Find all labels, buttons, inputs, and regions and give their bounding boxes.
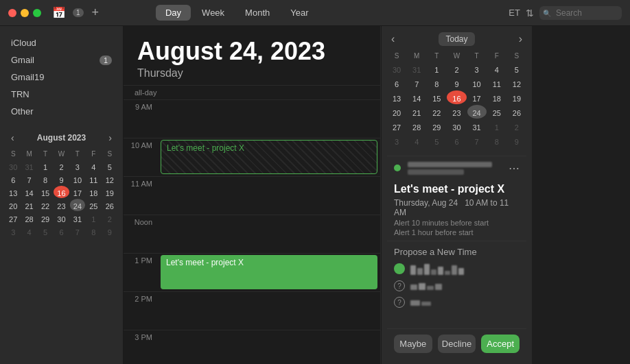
search-input[interactable] <box>539 6 622 20</box>
sidebar-item-icloud[interactable]: iCloud <box>0 34 123 51</box>
add-event-button[interactable]: + <box>92 5 100 20</box>
right-cal-day[interactable]: 21 <box>407 105 426 119</box>
time-area[interactable] <box>158 177 380 215</box>
mini-cal-prev[interactable]: ‹ <box>8 131 17 145</box>
right-cal-day[interactable]: 8 <box>427 76 446 90</box>
mini-cal-day[interactable]: 7 <box>21 173 36 185</box>
mini-cal-day[interactable]: 21 <box>21 199 36 211</box>
mini-cal-day[interactable]: 7 <box>70 225 85 237</box>
right-cal-day[interactable]: 24 <box>467 105 487 119</box>
mini-cal-day[interactable]: 23 <box>54 199 69 211</box>
maximize-button[interactable] <box>33 9 41 17</box>
propose-option-3[interactable]: ? <box>394 297 520 308</box>
sidebar-item-gmail[interactable]: Gmail 1 <box>0 51 123 69</box>
mini-cal-day[interactable]: 24 <box>70 199 85 211</box>
tab-month[interactable]: Month <box>235 5 279 21</box>
right-cal-day[interactable]: 27 <box>387 119 406 133</box>
right-cal-day[interactable]: 26 <box>507 105 526 119</box>
right-cal-day[interactable]: 22 <box>427 105 446 119</box>
right-cal-day[interactable]: 16 <box>447 90 466 104</box>
mini-cal-day[interactable]: 25 <box>86 199 101 211</box>
right-cal-day[interactable]: 30 <box>447 119 466 133</box>
tab-day[interactable]: Day <box>156 5 191 21</box>
right-cal-day[interactable]: 8 <box>487 134 506 147</box>
sidebar-item-trn[interactable]: TRN <box>0 86 123 103</box>
right-cal-day[interactable]: 4 <box>407 134 426 147</box>
mini-cal-next[interactable]: › <box>106 131 115 145</box>
right-cal-day[interactable]: 4 <box>487 62 506 75</box>
mini-cal-day[interactable]: 4 <box>86 160 101 172</box>
mini-cal-day[interactable]: 9 <box>54 173 69 185</box>
right-cal-day[interactable]: 5 <box>507 62 526 75</box>
mini-cal-day[interactable]: 29 <box>38 212 53 224</box>
tab-year[interactable]: Year <box>281 5 318 21</box>
right-cal-day[interactable]: 30 <box>387 62 406 75</box>
right-cal-day[interactable]: 7 <box>467 134 487 147</box>
maybe-button[interactable]: Maybe <box>394 335 432 353</box>
sidebar-item-other[interactable]: Other <box>0 103 123 120</box>
right-cal-day[interactable]: 6 <box>447 134 466 147</box>
mini-cal-day[interactable]: 6 <box>5 173 21 185</box>
mini-cal-day[interactable]: 6 <box>54 225 69 237</box>
right-cal-day[interactable]: 10 <box>467 76 487 90</box>
mini-cal-day[interactable]: 12 <box>102 173 117 185</box>
time-scroll[interactable]: 9 AM10 AMLet's meet - project X11 AMNoon… <box>124 100 380 364</box>
accept-button[interactable]: Accept <box>481 335 520 353</box>
time-area[interactable] <box>158 292 380 330</box>
close-button[interactable] <box>8 9 16 17</box>
mini-cal-day[interactable]: 3 <box>70 160 85 172</box>
right-cal-prev[interactable]: ‹ <box>387 32 399 47</box>
right-cal-day[interactable]: 20 <box>387 105 406 119</box>
right-cal-day[interactable]: 15 <box>427 90 446 104</box>
propose-option-2[interactable]: ? <box>394 280 520 291</box>
mini-cal-day[interactable]: 26 <box>102 199 117 211</box>
mini-cal-day[interactable]: 2 <box>54 160 69 172</box>
right-cal-day[interactable]: 19 <box>507 90 526 104</box>
right-cal-day[interactable]: 5 <box>427 134 446 147</box>
today-button[interactable]: Today <box>439 32 474 46</box>
right-cal-day[interactable]: 9 <box>447 76 466 90</box>
right-cal-day[interactable]: 17 <box>467 90 487 104</box>
time-area[interactable]: Let's meet - project X <box>158 138 380 176</box>
mini-cal-day[interactable]: 13 <box>5 186 21 198</box>
right-cal-next[interactable]: › <box>515 32 526 47</box>
right-cal-day[interactable]: 13 <box>387 90 406 104</box>
mini-cal-day[interactable]: 17 <box>70 186 85 198</box>
right-cal-day[interactable]: 11 <box>487 76 506 90</box>
mini-cal-day[interactable]: 31 <box>70 212 85 224</box>
mini-cal-day[interactable]: 8 <box>86 225 101 237</box>
right-cal-day[interactable]: 28 <box>407 119 426 133</box>
mini-cal-day[interactable]: 31 <box>21 160 36 172</box>
right-cal-day[interactable]: 7 <box>407 76 426 90</box>
right-cal-day[interactable]: 23 <box>447 105 466 119</box>
right-cal-day[interactable]: 31 <box>467 119 487 133</box>
mini-cal-day[interactable]: 18 <box>86 186 101 198</box>
event-block-outline[interactable]: Let's meet - project X <box>161 140 377 174</box>
mini-cal-day[interactable]: 8 <box>38 173 53 185</box>
right-cal-day[interactable]: 12 <box>507 76 526 90</box>
mini-cal-day[interactable]: 5 <box>38 225 53 237</box>
mini-cal-day[interactable]: 27 <box>5 212 21 224</box>
right-cal-day[interactable]: 14 <box>407 90 426 104</box>
mini-cal-day[interactable]: 4 <box>21 225 36 237</box>
right-cal-day[interactable]: 25 <box>487 105 506 119</box>
mini-cal-day[interactable]: 1 <box>86 212 101 224</box>
mini-cal-day[interactable]: 15 <box>38 186 53 198</box>
mini-cal-day[interactable]: 30 <box>54 212 69 224</box>
decline-button[interactable]: Decline <box>438 335 476 353</box>
time-area[interactable]: Let's meet - project X <box>158 254 380 291</box>
mini-cal-day[interactable]: 14 <box>21 186 36 198</box>
right-cal-day[interactable]: 1 <box>427 62 446 75</box>
mini-cal-day[interactable]: 2 <box>102 212 117 224</box>
propose-option-1[interactable] <box>394 263 520 275</box>
mini-cal-day[interactable]: 9 <box>102 225 117 237</box>
right-cal-day[interactable]: 29 <box>427 119 446 133</box>
right-cal-day[interactable]: 2 <box>447 62 466 75</box>
mini-cal-day[interactable]: 30 <box>5 160 21 172</box>
minimize-button[interactable] <box>21 9 29 17</box>
right-cal-day[interactable]: 3 <box>387 134 406 147</box>
mini-cal-day[interactable]: 5 <box>102 160 117 172</box>
sidebar-item-gmail19[interactable]: Gmail19 <box>0 69 123 86</box>
event-options-icon[interactable]: ⋯ <box>509 162 520 175</box>
mini-cal-day[interactable]: 3 <box>5 225 21 237</box>
